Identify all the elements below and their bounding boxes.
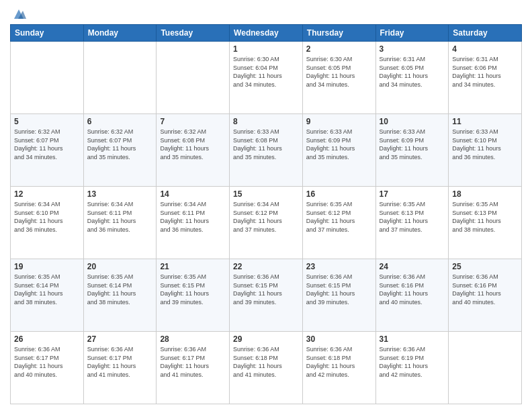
week-row-4: 26Sunrise: 6:36 AM Sunset: 6:17 PM Dayli… xyxy=(11,332,522,404)
day-info: Sunrise: 6:33 AM Sunset: 6:09 PM Dayligh… xyxy=(306,128,372,161)
day-info: Sunrise: 6:36 AM Sunset: 6:16 PM Dayligh… xyxy=(380,273,445,306)
day-info: Sunrise: 6:36 AM Sunset: 6:15 PM Dayligh… xyxy=(233,273,299,306)
calendar-cell-w0-d1 xyxy=(83,42,157,114)
day-number: 1 xyxy=(233,44,299,54)
col-sunday: Sunday xyxy=(11,25,84,42)
day-number: 17 xyxy=(380,189,445,199)
calendar-cell-w3-d4: 23Sunrise: 6:36 AM Sunset: 6:15 PM Dayli… xyxy=(302,259,375,332)
day-number: 26 xyxy=(14,334,80,344)
day-info: Sunrise: 6:31 AM Sunset: 6:05 PM Dayligh… xyxy=(380,55,445,89)
day-info: Sunrise: 6:32 AM Sunset: 6:08 PM Dayligh… xyxy=(160,128,226,161)
calendar-cell-w1-d3: 8Sunrise: 6:33 AM Sunset: 6:08 PM Daylig… xyxy=(230,114,303,187)
day-info: Sunrise: 6:35 AM Sunset: 6:13 PM Dayligh… xyxy=(380,200,445,234)
logo-icon xyxy=(11,7,26,21)
day-info: Sunrise: 6:34 AM Sunset: 6:12 PM Dayligh… xyxy=(233,200,299,234)
col-wednesday: Wednesday xyxy=(230,25,303,42)
day-number: 10 xyxy=(380,117,445,126)
day-info: Sunrise: 6:36 AM Sunset: 6:15 PM Dayligh… xyxy=(306,273,372,306)
calendar-cell-w3-d2: 21Sunrise: 6:35 AM Sunset: 6:15 PM Dayli… xyxy=(157,259,230,332)
day-info: Sunrise: 6:30 AM Sunset: 6:04 PM Dayligh… xyxy=(233,55,299,89)
day-info: Sunrise: 6:30 AM Sunset: 6:05 PM Dayligh… xyxy=(306,55,372,89)
day-number: 13 xyxy=(87,189,153,199)
day-info: Sunrise: 6:36 AM Sunset: 6:17 PM Dayligh… xyxy=(87,345,153,379)
day-info: Sunrise: 6:35 AM Sunset: 6:14 PM Dayligh… xyxy=(87,273,153,306)
calendar-cell-w2-d1: 13Sunrise: 6:34 AM Sunset: 6:11 PM Dayli… xyxy=(83,187,157,259)
day-number: 14 xyxy=(160,189,226,199)
day-number: 11 xyxy=(452,117,518,126)
week-row-0: 1Sunrise: 6:30 AM Sunset: 6:04 PM Daylig… xyxy=(11,42,522,114)
calendar-cell-w4-d5: 31Sunrise: 6:36 AM Sunset: 6:19 PM Dayli… xyxy=(375,332,449,404)
col-saturday: Saturday xyxy=(449,25,522,42)
day-info: Sunrise: 6:33 AM Sunset: 6:09 PM Dayligh… xyxy=(380,128,445,161)
calendar-cell-w1-d4: 9Sunrise: 6:33 AM Sunset: 6:09 PM Daylig… xyxy=(302,114,375,187)
day-number: 9 xyxy=(306,117,372,126)
calendar-cell-w2-d2: 14Sunrise: 6:34 AM Sunset: 6:11 PM Dayli… xyxy=(157,187,230,259)
day-number: 5 xyxy=(14,117,80,126)
day-number: 28 xyxy=(160,334,226,344)
calendar-cell-w4-d3: 29Sunrise: 6:36 AM Sunset: 6:18 PM Dayli… xyxy=(230,332,303,404)
day-info: Sunrise: 6:35 AM Sunset: 6:14 PM Dayligh… xyxy=(14,273,80,306)
day-number: 8 xyxy=(233,117,299,126)
day-info: Sunrise: 6:35 AM Sunset: 6:15 PM Dayligh… xyxy=(160,273,226,306)
day-info: Sunrise: 6:34 AM Sunset: 6:11 PM Dayligh… xyxy=(160,200,226,234)
day-info: Sunrise: 6:32 AM Sunset: 6:07 PM Dayligh… xyxy=(14,128,80,161)
day-number: 18 xyxy=(452,189,518,199)
week-row-3: 19Sunrise: 6:35 AM Sunset: 6:14 PM Dayli… xyxy=(11,259,522,332)
calendar-cell-w0-d2 xyxy=(157,42,230,114)
calendar-cell-w4-d6 xyxy=(449,332,522,404)
day-number: 7 xyxy=(160,117,226,126)
day-info: Sunrise: 6:35 AM Sunset: 6:12 PM Dayligh… xyxy=(306,200,372,234)
calendar-cell-w2-d6: 18Sunrise: 6:35 AM Sunset: 6:13 PM Dayli… xyxy=(449,187,522,259)
col-monday: Monday xyxy=(83,25,157,42)
calendar-cell-w0-d3: 1Sunrise: 6:30 AM Sunset: 6:04 PM Daylig… xyxy=(230,42,303,114)
calendar-header-row: Sunday Monday Tuesday Wednesday Thursday… xyxy=(11,25,522,42)
calendar-cell-w1-d2: 7Sunrise: 6:32 AM Sunset: 6:08 PM Daylig… xyxy=(157,114,230,187)
day-number: 12 xyxy=(14,189,80,199)
calendar-cell-w3-d5: 24Sunrise: 6:36 AM Sunset: 6:16 PM Dayli… xyxy=(375,259,449,332)
calendar-cell-w4-d1: 27Sunrise: 6:36 AM Sunset: 6:17 PM Dayli… xyxy=(83,332,157,404)
day-number: 29 xyxy=(233,334,299,344)
calendar-cell-w2-d4: 16Sunrise: 6:35 AM Sunset: 6:12 PM Dayli… xyxy=(302,187,375,259)
day-number: 19 xyxy=(14,262,80,271)
col-tuesday: Tuesday xyxy=(157,25,230,42)
day-number: 3 xyxy=(380,44,445,54)
day-number: 6 xyxy=(87,117,153,126)
calendar-cell-w2-d5: 17Sunrise: 6:35 AM Sunset: 6:13 PM Dayli… xyxy=(375,187,449,259)
calendar-cell-w0-d6: 4Sunrise: 6:31 AM Sunset: 6:06 PM Daylig… xyxy=(449,42,522,114)
day-info: Sunrise: 6:34 AM Sunset: 6:10 PM Dayligh… xyxy=(14,200,80,234)
calendar-cell-w1-d0: 5Sunrise: 6:32 AM Sunset: 6:07 PM Daylig… xyxy=(11,114,84,187)
calendar-cell-w1-d5: 10Sunrise: 6:33 AM Sunset: 6:09 PM Dayli… xyxy=(375,114,449,187)
week-row-1: 5Sunrise: 6:32 AM Sunset: 6:07 PM Daylig… xyxy=(11,114,522,187)
calendar-cell-w2-d3: 15Sunrise: 6:34 AM Sunset: 6:12 PM Dayli… xyxy=(230,187,303,259)
header xyxy=(10,7,522,19)
day-number: 25 xyxy=(452,262,518,271)
day-info: Sunrise: 6:36 AM Sunset: 6:18 PM Dayligh… xyxy=(233,345,299,379)
day-info: Sunrise: 6:35 AM Sunset: 6:13 PM Dayligh… xyxy=(452,200,518,234)
calendar-cell-w3-d6: 25Sunrise: 6:36 AM Sunset: 6:16 PM Dayli… xyxy=(449,259,522,332)
calendar-cell-w4-d2: 28Sunrise: 6:36 AM Sunset: 6:17 PM Dayli… xyxy=(157,332,230,404)
logo xyxy=(10,7,26,19)
day-info: Sunrise: 6:36 AM Sunset: 6:17 PM Dayligh… xyxy=(160,345,226,379)
col-thursday: Thursday xyxy=(302,25,375,42)
calendar-cell-w3-d3: 22Sunrise: 6:36 AM Sunset: 6:15 PM Dayli… xyxy=(230,259,303,332)
calendar-cell-w1-d1: 6Sunrise: 6:32 AM Sunset: 6:07 PM Daylig… xyxy=(83,114,157,187)
day-info: Sunrise: 6:31 AM Sunset: 6:06 PM Dayligh… xyxy=(452,55,518,89)
calendar-cell-w4-d0: 26Sunrise: 6:36 AM Sunset: 6:17 PM Dayli… xyxy=(11,332,84,404)
day-number: 4 xyxy=(452,44,518,54)
calendar-cell-w2-d0: 12Sunrise: 6:34 AM Sunset: 6:10 PM Dayli… xyxy=(11,187,84,259)
day-number: 23 xyxy=(306,262,372,271)
calendar-cell-w0-d4: 2Sunrise: 6:30 AM Sunset: 6:05 PM Daylig… xyxy=(302,42,375,114)
page: Sunday Monday Tuesday Wednesday Thursday… xyxy=(0,0,532,411)
calendar-cell-w3-d1: 20Sunrise: 6:35 AM Sunset: 6:14 PM Dayli… xyxy=(83,259,157,332)
day-info: Sunrise: 6:36 AM Sunset: 6:19 PM Dayligh… xyxy=(380,345,445,379)
day-info: Sunrise: 6:32 AM Sunset: 6:07 PM Dayligh… xyxy=(87,128,153,161)
calendar-table: Sunday Monday Tuesday Wednesday Thursday… xyxy=(10,24,522,404)
calendar-cell-w0-d0 xyxy=(11,42,84,114)
day-info: Sunrise: 6:36 AM Sunset: 6:17 PM Dayligh… xyxy=(14,345,80,379)
day-number: 22 xyxy=(233,262,299,271)
calendar-cell-w4-d4: 30Sunrise: 6:36 AM Sunset: 6:18 PM Dayli… xyxy=(302,332,375,404)
day-info: Sunrise: 6:33 AM Sunset: 6:10 PM Dayligh… xyxy=(452,128,518,161)
day-number: 20 xyxy=(87,262,153,271)
day-number: 2 xyxy=(306,44,372,54)
day-number: 24 xyxy=(380,262,445,271)
